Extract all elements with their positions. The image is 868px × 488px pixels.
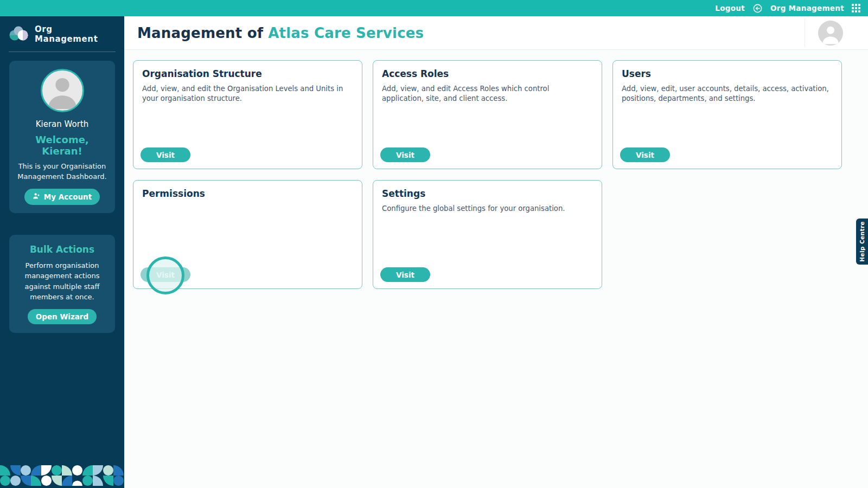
- visit-settings-button[interactable]: Visit: [380, 267, 430, 282]
- main-content: Management ofAtlas Care Services Organis…: [124, 16, 868, 488]
- bulk-actions-title: Bulk Actions: [16, 244, 108, 255]
- user-avatar: [41, 69, 84, 112]
- visit-access-roles-button[interactable]: Visit: [380, 147, 430, 162]
- page-title: Management ofAtlas Care Services: [137, 25, 424, 41]
- apps-grid-icon[interactable]: [852, 4, 860, 12]
- page-header: Management ofAtlas Care Services: [124, 16, 868, 50]
- my-account-label: My Account: [44, 192, 92, 201]
- dashboard-description: This is your Organisation Management Das…: [16, 162, 108, 182]
- card-title: Permissions: [142, 188, 353, 199]
- welcome-message: Welcome, Kieran!: [16, 134, 108, 157]
- header-avatar[interactable]: [818, 21, 843, 46]
- app-switcher-label[interactable]: Org Management: [770, 4, 844, 12]
- org-name: Atlas Care Services: [268, 25, 424, 41]
- header-divider: [805, 19, 805, 47]
- footer-mosaic-pattern: [0, 465, 124, 488]
- user-name: Kieran Worth: [16, 119, 108, 129]
- card-description: Add, view, and edit the Organisation Lev…: [142, 84, 353, 104]
- person-gear-icon: [33, 192, 41, 202]
- card-organisation-structure: Organisation Structure Add, view, and ed…: [133, 60, 362, 169]
- module-cards-grid: Organisation Structure Add, view, and ed…: [124, 50, 868, 299]
- card-title: Users: [622, 68, 833, 79]
- card-description: Configure the global settings for your o…: [382, 204, 593, 214]
- card-permissions: Permissions Visit: [133, 180, 362, 289]
- card-settings: Settings Configure the global settings f…: [373, 180, 602, 289]
- my-account-button[interactable]: My Account: [24, 189, 100, 205]
- profile-card: Kieran Worth Welcome, Kieran! This is yo…: [9, 61, 115, 213]
- card-title: Settings: [382, 188, 593, 199]
- bulk-actions-description: Perform organisation management actions …: [16, 260, 108, 303]
- card-description: Add, view, edit, user accounts, details,…: [622, 84, 833, 104]
- visit-organisation-structure-button[interactable]: Visit: [141, 147, 190, 162]
- card-users: Users Add, view, edit, user accounts, de…: [612, 60, 842, 169]
- brand-label: Org Management: [35, 24, 116, 44]
- card-description: Add, view, and edit Access Roles which c…: [382, 84, 593, 104]
- card-title: Organisation Structure: [142, 68, 353, 79]
- open-wizard-button[interactable]: Open Wizard: [28, 309, 97, 324]
- bulk-actions-card: Bulk Actions Perform organisation manage…: [9, 235, 115, 333]
- org-management-logo-icon: [9, 25, 29, 43]
- logout-link[interactable]: Logout: [715, 4, 745, 12]
- page-title-prefix: Management of: [137, 25, 263, 41]
- help-centre-tab[interactable]: Help Centre: [856, 219, 868, 265]
- brand: Org Management: [0, 16, 124, 52]
- sidebar: Org Management Kieran Worth Welcome, Kie…: [0, 16, 124, 488]
- top-bar: Logout Org Management: [0, 0, 868, 16]
- sidebar-divider: [9, 52, 116, 52]
- card-access-roles: Access Roles Add, view, and edit Access …: [373, 60, 602, 169]
- card-title: Access Roles: [382, 68, 593, 79]
- logout-icon[interactable]: [752, 3, 763, 14]
- open-wizard-label: Open Wizard: [36, 312, 88, 321]
- help-centre-label: Help Centre: [859, 221, 865, 262]
- visit-users-button[interactable]: Visit: [620, 147, 670, 162]
- visit-permissions-button[interactable]: Visit: [141, 267, 190, 282]
